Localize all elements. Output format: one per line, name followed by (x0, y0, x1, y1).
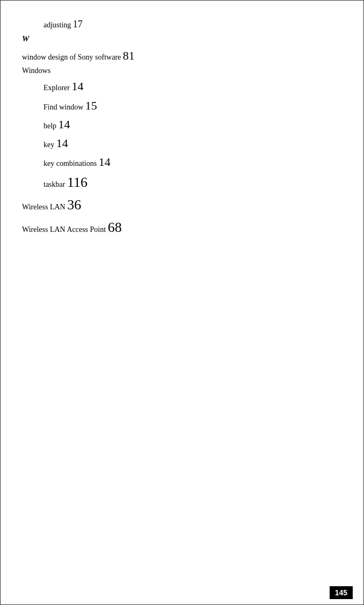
entry-adjusting: adjusting 17 (43, 17, 342, 32)
entry-find-window: Find window 15 (43, 96, 342, 115)
entry-text: Wireless LAN Access Point (22, 225, 108, 234)
entry-text: taskbar (43, 180, 67, 188)
entry-text: adjusting (43, 21, 73, 29)
entry-page: 68 (108, 220, 122, 235)
entry-key: key 14 (43, 134, 342, 152)
entry-page: 14 (71, 79, 83, 93)
entry-text: key combinations (43, 159, 99, 167)
entry-page: 14 (56, 136, 68, 150)
entry-key-combinations: key combinations 14 (43, 152, 342, 171)
entry-page: 17 (73, 19, 83, 30)
entry-page: 15 (85, 99, 97, 112)
entry-text: Wireless LAN (22, 203, 67, 211)
entry-page: 36 (67, 197, 81, 213)
entry-window-design: window design of Sony software 81 (22, 46, 342, 65)
entry-text: window design of Sony software (22, 53, 123, 61)
entry-text: Windows (22, 67, 50, 75)
entry-wireless-lan: Wireless LAN 36 (22, 194, 342, 216)
entry-page: 14 (59, 118, 70, 131)
entry-text: help (43, 122, 59, 130)
entry-help: help 14 (43, 115, 342, 134)
entry-taskbar: taskbar 116 (43, 171, 342, 194)
entry-text: key (43, 141, 56, 149)
entry-windows: Windows (22, 65, 342, 77)
entry-page: 81 (123, 49, 135, 62)
entry-explorer: Explorer 14 (43, 77, 342, 96)
entry-page: 116 (67, 174, 88, 190)
section-w: W (22, 32, 342, 45)
entry-text: Find window (43, 103, 85, 111)
page-content: adjusting 17 W window design of Sony sof… (1, 1, 363, 271)
entry-page: 14 (99, 155, 111, 169)
footer-number: 145 (335, 588, 347, 597)
section-letter-w: W (22, 34, 29, 43)
entry-wireless-lan-access-point: Wireless LAN Access Point 68 (22, 216, 342, 239)
entry-text: Explorer (43, 84, 71, 92)
page-number-footer: 145 (330, 586, 353, 599)
